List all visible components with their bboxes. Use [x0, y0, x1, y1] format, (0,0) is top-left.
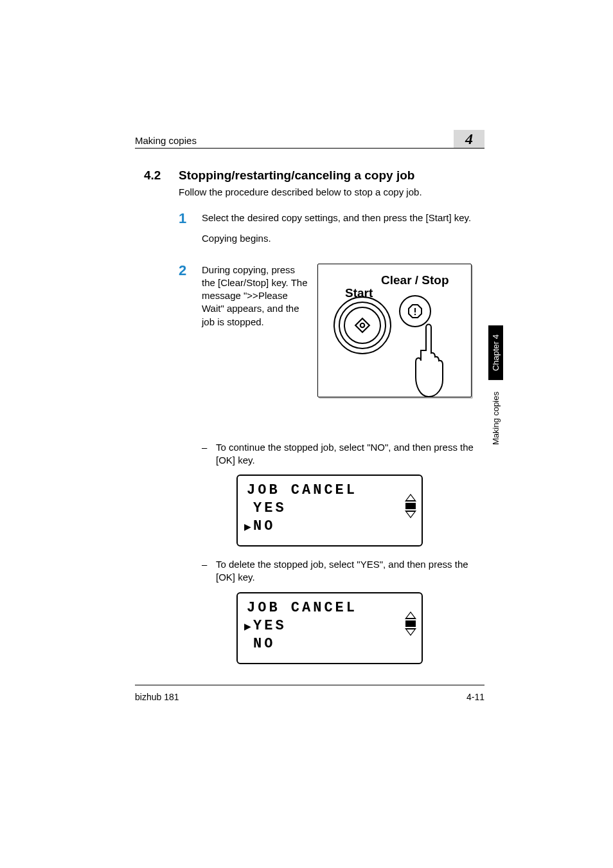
- bullet-continue-text: To continue the stopped job, select "NO"…: [216, 441, 478, 467]
- side-tab: Chapter 4 Making copies: [488, 325, 505, 454]
- footer-rule: [135, 685, 484, 685]
- chapter-number: 4: [465, 131, 473, 148]
- intro-text: Follow the procedure described below to …: [179, 186, 478, 197]
- scroll-indicator-icon: [405, 611, 416, 636]
- dash: –: [202, 558, 216, 584]
- lcd-title: JOB CANCEL: [247, 482, 357, 498]
- step-1: 1 Select the desired copy settings, and …: [179, 212, 478, 253]
- clear-stop-label: Clear / Stop: [381, 272, 449, 289]
- footer-page-number: 4-11: [466, 692, 484, 702]
- footer-product: bizhub 181: [135, 692, 179, 702]
- body-content: Follow the procedure described below to …: [179, 186, 478, 676]
- header-rule: [135, 148, 484, 149]
- page-footer: bizhub 181 4-11: [135, 692, 484, 702]
- step-body: During copying, press the [Clear/Stop] k…: [202, 264, 478, 397]
- section-title: Stopping/restarting/canceling a copy job: [179, 168, 414, 183]
- control-panel-illustration: Clear / Stop Start: [317, 264, 472, 397]
- start-diamond-icon: [354, 317, 371, 334]
- section-heading: 4.2 Stopping/restarting/canceling a copy…: [144, 168, 484, 183]
- bullet-continue: – To continue the stopped job, select "N…: [202, 441, 478, 467]
- cursor-icon: ▶: [244, 619, 251, 633]
- lcd-option-no: NO: [253, 518, 275, 534]
- page: Making copies 4 4.2 Stopping/restarting/…: [0, 0, 613, 868]
- pressing-hand-icon: [413, 321, 471, 398]
- step-number: 2: [179, 264, 202, 278]
- step-2-text: During copying, press the [Clear/Stop] k…: [202, 264, 310, 390]
- svg-point-2: [414, 313, 416, 314]
- step-1-line-1: Select the desired copy settings, and th…: [202, 212, 478, 224]
- step-1-line-2: Copying begins.: [202, 232, 478, 245]
- chapter-number-badge: 4: [454, 130, 484, 148]
- section-number: 4.2: [144, 168, 179, 183]
- scroll-indicator-icon: [405, 494, 416, 518]
- bullet-delete-text: To delete the stopped job, select "YES",…: [216, 558, 478, 584]
- step-body: Select the desired copy settings, and th…: [202, 212, 478, 253]
- dash: –: [202, 441, 216, 467]
- lcd-option-no: NO: [253, 636, 275, 652]
- svg-marker-3: [355, 318, 369, 332]
- start-button: [344, 307, 381, 344]
- lcd-option-yes: YES: [253, 618, 287, 634]
- lcd-screen-yes-selected: JOB CANCEL ▶ YES NO: [236, 592, 423, 664]
- bullet-delete: – To delete the stopped job, select "YES…: [202, 558, 478, 584]
- side-tab-chapter: Chapter 4: [488, 325, 503, 380]
- lcd-title: JOB CANCEL: [247, 600, 357, 616]
- page-header: Making copies: [135, 135, 484, 146]
- header-title: Making copies: [135, 135, 197, 146]
- lcd-option-yes: YES: [253, 500, 287, 516]
- step-number: 1: [179, 212, 202, 253]
- svg-point-4: [360, 323, 365, 327]
- side-tab-title: Making copies: [488, 383, 503, 454]
- step-2: 2 During copying, press the [Clear/Stop]…: [179, 264, 478, 397]
- lcd-screen-no-selected: JOB CANCEL YES ▶ NO: [236, 475, 423, 547]
- cursor-icon: ▶: [244, 520, 251, 534]
- stop-icon: [404, 300, 426, 322]
